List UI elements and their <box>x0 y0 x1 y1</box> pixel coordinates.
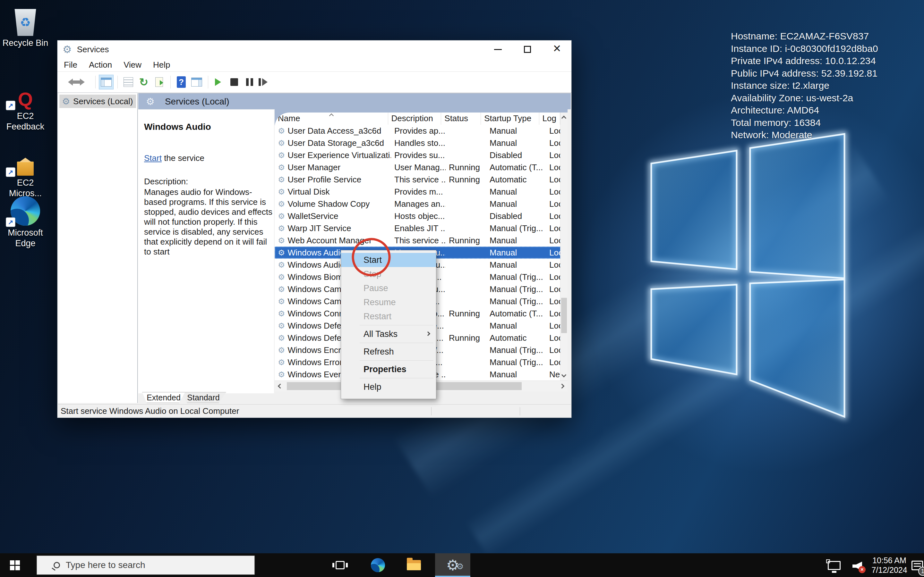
status-bar-divider <box>431 407 431 416</box>
taskbar-clock[interactable]: 10:56 AM 7/12/2024 <box>868 555 911 575</box>
service-row[interactable]: ⚙User Data Access_a3c6dProvides ap...Man… <box>275 125 567 137</box>
pause-service-button[interactable] <box>242 75 257 89</box>
edge-taskbar-button[interactable] <box>366 553 390 577</box>
help-button[interactable]: ? <box>174 75 189 89</box>
show-console-tree-icon <box>101 77 111 87</box>
context-menu-item-start[interactable]: Start <box>341 253 436 267</box>
window-title: Services <box>77 45 109 55</box>
column-header-startup-type[interactable]: Startup Type <box>481 113 539 125</box>
service-gear-icon: ⚙ <box>278 358 285 367</box>
notification-badge: 1 <box>918 567 924 576</box>
service-row[interactable]: ⚙WalletServiceHosts objec...DisabledLoca <box>275 210 567 222</box>
service-status-cell: Running <box>446 234 486 247</box>
menu-separator <box>360 378 433 378</box>
service-gear-icon: ⚙ <box>278 199 285 209</box>
network-tray-button[interactable] <box>825 558 843 572</box>
context-menu-item-all-tasks[interactable]: All Tasks <box>341 327 436 341</box>
service-status-cell <box>446 198 486 210</box>
scroll-left-icon[interactable] <box>278 384 283 389</box>
service-status-cell <box>446 283 486 295</box>
show-action-pane-icon <box>191 77 202 87</box>
tab-extended[interactable]: Extended <box>142 392 185 403</box>
service-startup-cell: Disabled <box>486 149 546 161</box>
back-button[interactable] <box>61 75 76 89</box>
service-status-cell <box>446 125 486 137</box>
vertical-scroll-thumb[interactable] <box>561 298 567 333</box>
file-explorer-button[interactable] <box>402 553 426 577</box>
restart-service-button[interactable] <box>258 75 272 89</box>
volume-tray-button[interactable]: × <box>848 559 866 573</box>
tab-standard[interactable]: Standard <box>181 392 226 403</box>
search-icon <box>53 562 60 568</box>
context-menu-item-properties[interactable]: Properties <box>341 362 436 376</box>
service-row[interactable]: ⚙User Experience Virtualizati...Provides… <box>275 149 567 161</box>
start-service-button[interactable] <box>212 75 226 89</box>
scroll-right-icon[interactable] <box>559 384 565 389</box>
service-gear-icon: ⚙ <box>278 211 285 221</box>
context-menu-item-label: Restart <box>363 311 391 322</box>
service-startup-cell: Manual <box>486 319 546 332</box>
service-name-cell: ⚙User Data Access_a3c6d <box>275 125 391 137</box>
maximize-button[interactable] <box>517 42 538 56</box>
forward-button[interactable] <box>77 75 91 89</box>
column-header-log[interactable]: Log <box>540 113 561 125</box>
desktop-icon-edge[interactable]: ↗Microsoft Edge <box>1 195 49 249</box>
ec2-info-line: Network: Moderate <box>731 129 878 141</box>
vertical-scrollbar[interactable] <box>560 113 567 380</box>
desktop-icon-recycle-bin[interactable]: ♻Recycle Bin <box>1 5 49 48</box>
services-taskbar-button[interactable]: ⚙⚙ <box>435 553 470 577</box>
service-row[interactable]: ⚙Web Account ManagerThis service ...Runn… <box>275 234 567 247</box>
tree-item-services-local[interactable]: ⚙ Services (Local) <box>59 95 136 108</box>
toolbar-separator <box>170 76 171 89</box>
service-startup-cell: Manual <box>486 125 546 137</box>
menu-file[interactable]: File <box>64 60 78 70</box>
toolbar-separator <box>208 76 208 89</box>
context-menu-item-help[interactable]: Help <box>341 380 436 394</box>
service-row[interactable]: ⚙Volume Shadow CopyManages an...ManualLo… <box>275 198 567 210</box>
service-row[interactable]: ⚙Warp JIT ServiceEnables JIT ...Manual (… <box>275 222 567 234</box>
context-menu-item-pause: Pause <box>341 281 436 295</box>
service-description-cell: Provides ap... <box>391 125 446 137</box>
start-button[interactable] <box>0 553 29 577</box>
properties-button[interactable] <box>121 75 136 89</box>
export-list-button[interactable] <box>152 75 166 89</box>
service-context-menu: StartStopPauseResumeRestartAll TasksRefr… <box>341 250 436 399</box>
service-description-cell: This service ... <box>391 173 446 185</box>
service-name: Warp JIT Service <box>288 223 351 234</box>
service-gear-icon: ⚙ <box>278 151 285 160</box>
service-name: Windows Audio <box>288 260 344 270</box>
start-service-link[interactable]: Start <box>144 153 162 163</box>
edge-icon: ↗ <box>1 195 49 226</box>
service-status-cell <box>446 137 486 149</box>
menu-separator <box>360 360 433 361</box>
desktop-icon-ec2-feedback[interactable]: Q↗EC2 Feedback <box>1 78 49 132</box>
column-header-description[interactable]: Description <box>388 113 441 125</box>
service-row[interactable]: ⚙User Profile ServiceThis service ...Run… <box>275 173 567 185</box>
menu-help[interactable]: Help <box>153 60 170 70</box>
scroll-up-icon[interactable] <box>561 116 567 121</box>
column-header-status[interactable]: Status <box>441 113 481 125</box>
service-row[interactable]: ⚙User Data Storage_a3c6dHandles sto...Ma… <box>275 137 567 149</box>
show-action-pane-button[interactable] <box>189 75 204 89</box>
refresh-button[interactable]: ↻ <box>136 75 151 89</box>
context-menu-item-refresh[interactable]: Refresh <box>341 345 436 359</box>
stop-service-button[interactable] <box>227 75 242 89</box>
action-center-button[interactable]: 1 <box>911 558 924 572</box>
close-button[interactable]: × <box>546 42 567 56</box>
menu-action[interactable]: Action <box>89 60 112 70</box>
service-row[interactable]: ⚙User ManagerUser Manag...RunningAutomat… <box>275 161 567 173</box>
scroll-down-icon[interactable] <box>561 372 567 378</box>
desktop-icon-ec2-microsoft[interactable]: ↗EC2 Micros... <box>1 145 49 199</box>
ec2-microsoft-icon: ↗ <box>1 145 49 176</box>
service-row[interactable]: ⚙Virtual DiskProvides m...ManualLoca <box>275 185 567 198</box>
service-name: Windows Audio <box>288 248 344 258</box>
menu-view[interactable]: View <box>124 60 142 70</box>
show-console-tree-button[interactable] <box>99 75 113 89</box>
search-input[interactable] <box>65 560 245 571</box>
status-bar: Start service Windows Audio on Local Com… <box>58 404 571 418</box>
taskbar-search[interactable] <box>37 556 255 575</box>
task-view-button[interactable] <box>328 553 352 577</box>
minimize-button[interactable] <box>487 42 509 56</box>
service-startup-cell: Manual <box>486 137 546 149</box>
services-app-icon: ⚙ <box>63 43 72 55</box>
